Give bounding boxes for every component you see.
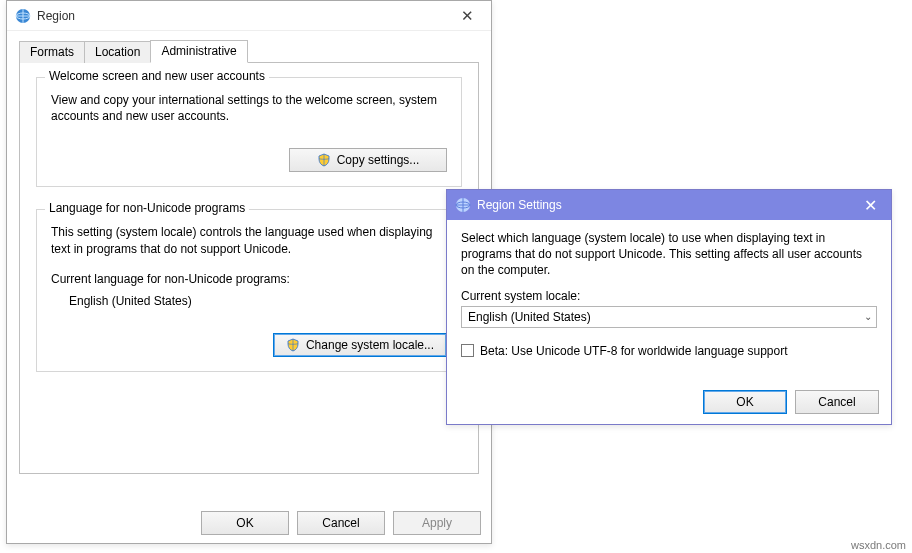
settings-footer: OK Cancel xyxy=(703,390,879,414)
utf8-checkbox-row[interactable]: Beta: Use Unicode UTF-8 for worldwide la… xyxy=(461,344,877,358)
utf8-checkbox-label: Beta: Use Unicode UTF-8 for worldwide la… xyxy=(480,344,788,358)
source-url: wsxdn.com xyxy=(851,539,906,551)
settings-desc: Select which language (system locale) to… xyxy=(461,230,877,279)
region-window: Region ✕ Formats Location Administrative… xyxy=(6,0,492,544)
change-locale-label: Change system locale... xyxy=(306,338,434,352)
close-button[interactable]: ✕ xyxy=(447,2,487,30)
footer-buttons: OK Cancel Apply xyxy=(201,511,481,535)
utf8-checkbox[interactable] xyxy=(461,344,474,357)
window-title: Region xyxy=(37,9,75,23)
locale-dropdown[interactable]: English (United States) ⌄ xyxy=(461,306,877,328)
group-welcome-desc: View and copy your international setting… xyxy=(51,92,447,124)
titlebar: Region ✕ xyxy=(7,1,491,31)
settings-close-button[interactable]: ✕ xyxy=(849,190,891,220)
apply-button: Apply xyxy=(393,511,481,535)
change-system-locale-button[interactable]: Change system locale... xyxy=(273,333,447,357)
chevron-down-icon: ⌄ xyxy=(864,311,872,322)
globe-icon xyxy=(455,197,471,213)
settings-title: Region Settings xyxy=(477,198,562,212)
globe-icon xyxy=(15,8,31,24)
settings-cancel-button[interactable]: Cancel xyxy=(795,390,879,414)
settings-titlebar: Region Settings ✕ xyxy=(447,190,891,220)
copy-settings-button[interactable]: Copy settings... xyxy=(289,148,447,172)
settings-ok-button[interactable]: OK xyxy=(703,390,787,414)
settings-body: Select which language (system locale) to… xyxy=(447,220,891,358)
shield-icon xyxy=(317,153,331,167)
tab-panel-administrative: Welcome screen and new user accounts Vie… xyxy=(19,62,479,474)
cancel-button[interactable]: Cancel xyxy=(297,511,385,535)
tab-administrative[interactable]: Administrative xyxy=(150,40,247,63)
group-locale-desc: This setting (system locale) controls th… xyxy=(51,224,447,256)
copy-settings-label: Copy settings... xyxy=(337,153,420,167)
tab-formats[interactable]: Formats xyxy=(19,41,85,63)
current-locale-value: English (United States) xyxy=(69,293,447,309)
window-body: Formats Location Administrative Welcome … xyxy=(7,31,491,474)
group-welcome-legend: Welcome screen and new user accounts xyxy=(45,69,269,83)
group-locale-legend: Language for non-Unicode programs xyxy=(45,201,249,215)
ok-button[interactable]: OK xyxy=(201,511,289,535)
locale-field-label: Current system locale: xyxy=(461,289,877,303)
current-locale-label: Current language for non-Unicode program… xyxy=(51,271,447,287)
group-welcome: Welcome screen and new user accounts Vie… xyxy=(36,77,462,187)
shield-icon xyxy=(286,338,300,352)
group-locale: Language for non-Unicode programs This s… xyxy=(36,209,462,372)
tabstrip: Formats Location Administrative xyxy=(19,39,479,63)
locale-dropdown-value: English (United States) xyxy=(468,310,591,324)
region-settings-dialog: Region Settings ✕ Select which language … xyxy=(446,189,892,425)
tab-location[interactable]: Location xyxy=(84,41,151,63)
